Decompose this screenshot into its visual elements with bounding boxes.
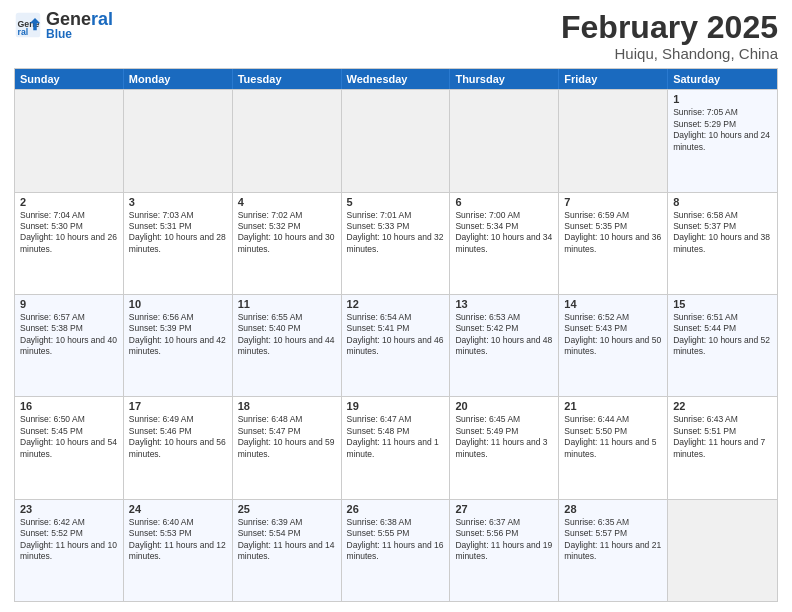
- day-number: 8: [673, 196, 772, 208]
- cal-header-cell: Wednesday: [342, 69, 451, 89]
- cell-text: Sunrise: 6:35 AM Sunset: 5:57 PM Dayligh…: [564, 517, 662, 563]
- cell-text: Sunrise: 6:52 AM Sunset: 5:43 PM Dayligh…: [564, 312, 662, 358]
- calendar: SundayMondayTuesdayWednesdayThursdayFrid…: [14, 68, 778, 602]
- calendar-row: 2Sunrise: 7:04 AM Sunset: 5:30 PM Daylig…: [15, 192, 777, 294]
- cell-text: Sunrise: 6:59 AM Sunset: 5:35 PM Dayligh…: [564, 210, 662, 256]
- calendar-cell: 9Sunrise: 6:57 AM Sunset: 5:38 PM Daylig…: [15, 295, 124, 396]
- logo-blue: Blue: [46, 28, 113, 40]
- calendar-cell: 22Sunrise: 6:43 AM Sunset: 5:51 PM Dayli…: [668, 397, 777, 498]
- cell-text: Sunrise: 6:51 AM Sunset: 5:44 PM Dayligh…: [673, 312, 772, 358]
- calendar-cell: 26Sunrise: 6:38 AM Sunset: 5:55 PM Dayli…: [342, 500, 451, 601]
- calendar-cell: 24Sunrise: 6:40 AM Sunset: 5:53 PM Dayli…: [124, 500, 233, 601]
- day-number: 6: [455, 196, 553, 208]
- day-number: 28: [564, 503, 662, 515]
- calendar-cell: [342, 90, 451, 191]
- cell-text: Sunrise: 6:48 AM Sunset: 5:47 PM Dayligh…: [238, 414, 336, 460]
- day-number: 10: [129, 298, 227, 310]
- calendar-cell: 7Sunrise: 6:59 AM Sunset: 5:35 PM Daylig…: [559, 193, 668, 294]
- calendar-cell: 28Sunrise: 6:35 AM Sunset: 5:57 PM Dayli…: [559, 500, 668, 601]
- calendar-cell: 4Sunrise: 7:02 AM Sunset: 5:32 PM Daylig…: [233, 193, 342, 294]
- day-number: 4: [238, 196, 336, 208]
- day-number: 22: [673, 400, 772, 412]
- logo: Gene ral General Blue: [14, 10, 113, 40]
- svg-text:ral: ral: [18, 27, 29, 37]
- logo-icon: Gene ral: [14, 11, 42, 39]
- calendar-cell: 5Sunrise: 7:01 AM Sunset: 5:33 PM Daylig…: [342, 193, 451, 294]
- day-number: 3: [129, 196, 227, 208]
- cell-text: Sunrise: 7:00 AM Sunset: 5:34 PM Dayligh…: [455, 210, 553, 256]
- calendar-cell: 15Sunrise: 6:51 AM Sunset: 5:44 PM Dayli…: [668, 295, 777, 396]
- cell-text: Sunrise: 7:01 AM Sunset: 5:33 PM Dayligh…: [347, 210, 445, 256]
- day-number: 14: [564, 298, 662, 310]
- calendar-cell: 10Sunrise: 6:56 AM Sunset: 5:39 PM Dayli…: [124, 295, 233, 396]
- calendar-cell: 2Sunrise: 7:04 AM Sunset: 5:30 PM Daylig…: [15, 193, 124, 294]
- day-number: 16: [20, 400, 118, 412]
- calendar-cell: 3Sunrise: 7:03 AM Sunset: 5:31 PM Daylig…: [124, 193, 233, 294]
- calendar-cell: [124, 90, 233, 191]
- day-number: 5: [347, 196, 445, 208]
- cell-text: Sunrise: 6:54 AM Sunset: 5:41 PM Dayligh…: [347, 312, 445, 358]
- cal-header-cell: Saturday: [668, 69, 777, 89]
- day-number: 17: [129, 400, 227, 412]
- calendar-cell: 21Sunrise: 6:44 AM Sunset: 5:50 PM Dayli…: [559, 397, 668, 498]
- cell-text: Sunrise: 6:49 AM Sunset: 5:46 PM Dayligh…: [129, 414, 227, 460]
- day-number: 25: [238, 503, 336, 515]
- cell-text: Sunrise: 6:44 AM Sunset: 5:50 PM Dayligh…: [564, 414, 662, 460]
- calendar-cell: 25Sunrise: 6:39 AM Sunset: 5:54 PM Dayli…: [233, 500, 342, 601]
- calendar-cell: 23Sunrise: 6:42 AM Sunset: 5:52 PM Dayli…: [15, 500, 124, 601]
- calendar-header: SundayMondayTuesdayWednesdayThursdayFrid…: [15, 69, 777, 89]
- calendar-cell: [559, 90, 668, 191]
- cell-text: Sunrise: 6:55 AM Sunset: 5:40 PM Dayligh…: [238, 312, 336, 358]
- calendar-row: 9Sunrise: 6:57 AM Sunset: 5:38 PM Daylig…: [15, 294, 777, 396]
- cell-text: Sunrise: 6:42 AM Sunset: 5:52 PM Dayligh…: [20, 517, 118, 563]
- day-number: 13: [455, 298, 553, 310]
- calendar-cell: 1Sunrise: 7:05 AM Sunset: 5:29 PM Daylig…: [668, 90, 777, 191]
- subtitle: Huiqu, Shandong, China: [561, 45, 778, 62]
- day-number: 26: [347, 503, 445, 515]
- cell-text: Sunrise: 7:02 AM Sunset: 5:32 PM Dayligh…: [238, 210, 336, 256]
- calendar-row: 23Sunrise: 6:42 AM Sunset: 5:52 PM Dayli…: [15, 499, 777, 601]
- calendar-row: 1Sunrise: 7:05 AM Sunset: 5:29 PM Daylig…: [15, 89, 777, 191]
- cell-text: Sunrise: 6:38 AM Sunset: 5:55 PM Dayligh…: [347, 517, 445, 563]
- cal-header-cell: Monday: [124, 69, 233, 89]
- cell-text: Sunrise: 6:53 AM Sunset: 5:42 PM Dayligh…: [455, 312, 553, 358]
- day-number: 21: [564, 400, 662, 412]
- day-number: 9: [20, 298, 118, 310]
- calendar-cell: 13Sunrise: 6:53 AM Sunset: 5:42 PM Dayli…: [450, 295, 559, 396]
- cal-header-cell: Thursday: [450, 69, 559, 89]
- calendar-cell: 8Sunrise: 6:58 AM Sunset: 5:37 PM Daylig…: [668, 193, 777, 294]
- calendar-cell: [15, 90, 124, 191]
- cell-text: Sunrise: 6:40 AM Sunset: 5:53 PM Dayligh…: [129, 517, 227, 563]
- calendar-cell: 6Sunrise: 7:00 AM Sunset: 5:34 PM Daylig…: [450, 193, 559, 294]
- day-number: 27: [455, 503, 553, 515]
- calendar-cell: 16Sunrise: 6:50 AM Sunset: 5:45 PM Dayli…: [15, 397, 124, 498]
- day-number: 23: [20, 503, 118, 515]
- cell-text: Sunrise: 6:43 AM Sunset: 5:51 PM Dayligh…: [673, 414, 772, 460]
- calendar-cell: 14Sunrise: 6:52 AM Sunset: 5:43 PM Dayli…: [559, 295, 668, 396]
- cell-text: Sunrise: 6:37 AM Sunset: 5:56 PM Dayligh…: [455, 517, 553, 563]
- cell-text: Sunrise: 7:04 AM Sunset: 5:30 PM Dayligh…: [20, 210, 118, 256]
- cell-text: Sunrise: 7:05 AM Sunset: 5:29 PM Dayligh…: [673, 107, 772, 153]
- calendar-cell: [668, 500, 777, 601]
- calendar-cell: 11Sunrise: 6:55 AM Sunset: 5:40 PM Dayli…: [233, 295, 342, 396]
- day-number: 12: [347, 298, 445, 310]
- cell-text: Sunrise: 6:57 AM Sunset: 5:38 PM Dayligh…: [20, 312, 118, 358]
- cell-text: Sunrise: 6:56 AM Sunset: 5:39 PM Dayligh…: [129, 312, 227, 358]
- calendar-cell: [450, 90, 559, 191]
- day-number: 24: [129, 503, 227, 515]
- calendar-cell: 27Sunrise: 6:37 AM Sunset: 5:56 PM Dayli…: [450, 500, 559, 601]
- cell-text: Sunrise: 6:47 AM Sunset: 5:48 PM Dayligh…: [347, 414, 445, 460]
- calendar-cell: [233, 90, 342, 191]
- day-number: 11: [238, 298, 336, 310]
- day-number: 1: [673, 93, 772, 105]
- cell-text: Sunrise: 6:45 AM Sunset: 5:49 PM Dayligh…: [455, 414, 553, 460]
- main-title: February 2025: [561, 10, 778, 45]
- calendar-cell: 19Sunrise: 6:47 AM Sunset: 5:48 PM Dayli…: [342, 397, 451, 498]
- day-number: 2: [20, 196, 118, 208]
- calendar-body: 1Sunrise: 7:05 AM Sunset: 5:29 PM Daylig…: [15, 89, 777, 601]
- day-number: 15: [673, 298, 772, 310]
- calendar-cell: 20Sunrise: 6:45 AM Sunset: 5:49 PM Dayli…: [450, 397, 559, 498]
- calendar-cell: 18Sunrise: 6:48 AM Sunset: 5:47 PM Dayli…: [233, 397, 342, 498]
- cal-header-cell: Sunday: [15, 69, 124, 89]
- cell-text: Sunrise: 6:58 AM Sunset: 5:37 PM Dayligh…: [673, 210, 772, 256]
